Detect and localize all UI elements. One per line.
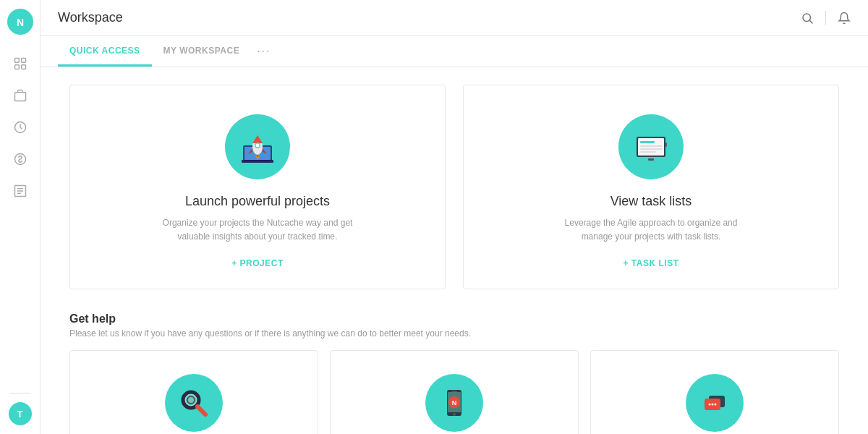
tab-my-workspace[interactable]: MY WORKSPACE [152, 37, 252, 67]
svg-point-50 [709, 404, 711, 406]
tasklist-card-desc: Leverage the Agile approach to organize … [550, 216, 752, 244]
svg-rect-5 [21, 65, 25, 69]
svg-marker-19 [252, 135, 263, 143]
tabs-bar: QUICK ACCESS MY WORKSPACE ··· [41, 36, 868, 67]
user-avatar[interactable]: T [9, 402, 32, 425]
svg-rect-30 [640, 148, 662, 150]
main-cards-row: Launch powerful projects Organize your p… [69, 85, 839, 289]
svg-rect-44 [451, 391, 457, 392]
help-center-card[interactable]: Help center [69, 350, 318, 434]
project-card: Launch powerful projects Organize your p… [69, 85, 446, 289]
svg-marker-49 [706, 410, 709, 413]
sidebar-item-billing[interactable] [6, 145, 35, 174]
tasklist-card-title: View task lists [610, 194, 692, 209]
svg-text:N: N [452, 399, 457, 407]
svg-rect-29 [640, 145, 662, 147]
tab-more[interactable]: ··· [251, 36, 276, 67]
svg-rect-16 [242, 160, 273, 163]
svg-point-45 [453, 413, 456, 416]
svg-rect-3 [21, 59, 25, 63]
logo[interactable]: N [7, 9, 33, 35]
content-area: Launch powerful projects Organize your p… [41, 67, 868, 434]
svg-text:N: N [16, 17, 23, 28]
contact-icon-circle: N [425, 374, 483, 432]
help-cards-row: Help center N [69, 350, 839, 434]
project-icon-circle [225, 114, 290, 179]
svg-rect-28 [640, 141, 655, 143]
tasklist-card: View task lists Leverage the Agile appro… [463, 85, 839, 289]
svg-line-37 [197, 407, 205, 414]
live-chat-icon-circle [686, 374, 744, 432]
tasklist-card-link[interactable]: + TASK LIST [624, 258, 679, 268]
page-title: Workspace [58, 10, 123, 35]
svg-rect-4 [14, 65, 19, 69]
help-title: Get help [69, 312, 839, 326]
header-actions [801, 11, 851, 35]
svg-rect-32 [648, 158, 654, 161]
sidebar-item-dashboard[interactable] [6, 49, 35, 78]
search-button[interactable] [801, 12, 814, 25]
svg-point-21 [256, 144, 260, 148]
svg-point-13 [803, 14, 811, 22]
notifications-button[interactable] [838, 12, 851, 25]
project-card-title: Launch powerful projects [185, 194, 330, 209]
tab-quick-access[interactable]: QUICK ACCESS [58, 37, 152, 67]
sidebar-item-projects[interactable] [6, 81, 35, 110]
help-description: Please let us know if you have any quest… [69, 328, 839, 339]
header-divider [825, 11, 826, 25]
tasklist-icon-circle [618, 114, 684, 179]
project-card-link[interactable]: + PROJECT [231, 258, 284, 268]
sidebar-divider [10, 393, 30, 393]
project-card-desc: Organize your projects the Nutcache way … [156, 216, 359, 244]
svg-point-52 [715, 404, 717, 406]
svg-rect-33 [665, 142, 667, 147]
help-section: Get help Please let us know if you have … [69, 312, 839, 434]
live-chat-card[interactable]: Live chat [590, 350, 839, 434]
sidebar: N T [0, 0, 41, 434]
svg-rect-31 [640, 151, 656, 153]
main-content: Workspace QUICK ACCESS MY WORKSPACE ··· [41, 0, 868, 434]
header: Workspace [41, 0, 868, 36]
svg-rect-2 [14, 59, 19, 63]
svg-rect-6 [14, 93, 25, 101]
sidebar-item-reports[interactable] [6, 176, 35, 205]
svg-line-14 [809, 20, 812, 23]
svg-point-51 [712, 404, 714, 406]
help-center-icon-circle [165, 374, 223, 432]
sidebar-item-time[interactable] [6, 113, 35, 142]
contact-card[interactable]: N Contact [330, 350, 579, 434]
